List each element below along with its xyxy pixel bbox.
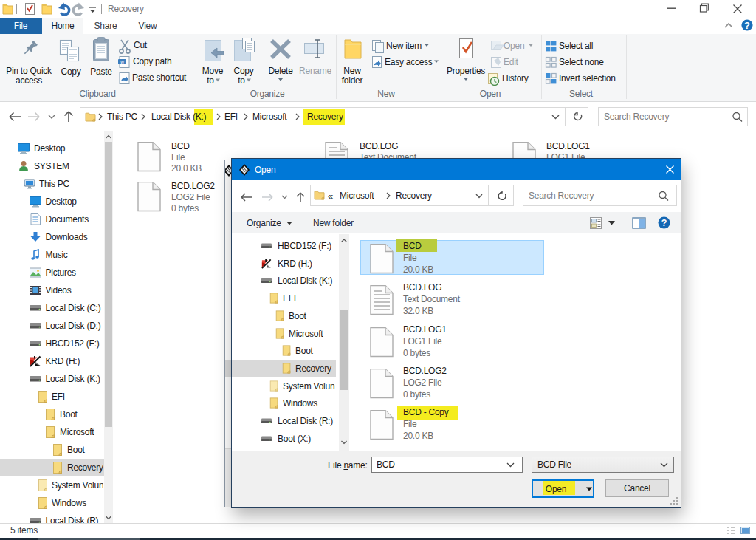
svg-text:?: ? [662,218,667,228]
svg-text:w: w [120,59,124,64]
svg-text:?: ? [744,20,750,31]
